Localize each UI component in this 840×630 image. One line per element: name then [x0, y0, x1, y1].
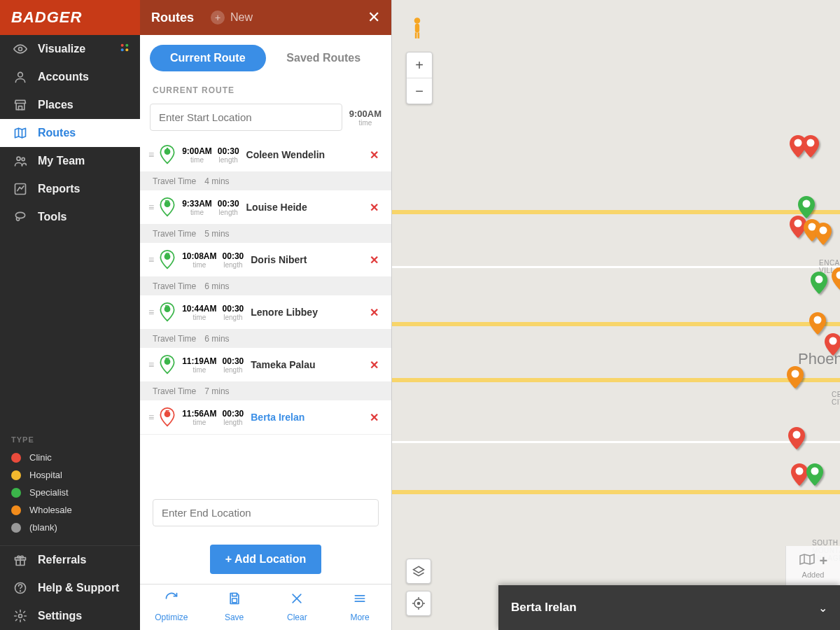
stop-row[interactable]: ≡C10:08AMtime00:30lengthDoris Nibert✕	[140, 243, 391, 277]
delete-stop-button[interactable]: ✕	[365, 201, 383, 214]
added-label: Added	[802, 570, 825, 579]
drag-handle-icon[interactable]: ≡	[148, 359, 154, 370]
clear-button[interactable]: Clear	[266, 584, 329, 630]
type-hospital[interactable]: Hospital	[11, 470, 129, 480]
more-button[interactable]: More	[328, 584, 391, 630]
drag-handle-icon[interactable]: ≡	[148, 307, 154, 318]
sidebar-item-routes[interactable]: Routes	[0, 119, 140, 147]
type-blank[interactable]: (blank)	[11, 522, 129, 533]
tab-saved-routes[interactable]: Saved Routes	[266, 45, 382, 71]
clear-icon	[266, 592, 329, 609]
sidebar-item-settings[interactable]: Settings	[0, 602, 140, 630]
nav-label: Reports	[38, 183, 80, 195]
map-pin[interactable]	[791, 463, 808, 486]
sidebar-item-tools[interactable]: Tools	[0, 203, 140, 231]
save-button[interactable]: Save	[203, 584, 266, 630]
sidebar-item-my-team[interactable]: My Team	[0, 147, 140, 175]
start-time[interactable]: 9:00AM time	[349, 108, 382, 127]
map-pin[interactable]	[798, 196, 815, 218]
end-location-input[interactable]	[153, 499, 379, 526]
sidebar-item-places[interactable]: Places	[0, 91, 140, 119]
optimize-button[interactable]: Optimize	[140, 584, 203, 630]
map[interactable]: PhoenixScottsdaleTempeParadise ValleyARC…	[392, 0, 840, 630]
svg-point-55	[830, 337, 837, 345]
zoom-out-button[interactable]: −	[407, 78, 432, 104]
svg-rect-96	[415, 24, 419, 33]
stop-time: 11:56AMtime	[182, 409, 216, 426]
type-specialist[interactable]: Specialist	[11, 487, 129, 498]
svg-point-32	[807, 139, 815, 147]
stop-row[interactable]: ≡A9:00AMtime00:30lengthColeen Wendelin✕	[140, 138, 391, 172]
stop-pin-E: E	[160, 355, 175, 374]
brand-logo: BADGER	[0, 0, 140, 35]
stop-length: 00:30length	[223, 409, 244, 426]
stop-row[interactable]: ≡B9:33AMtime00:30lengthLouise Heide✕	[140, 190, 391, 225]
more-icon	[328, 592, 391, 609]
stop-time: 9:33AMtime	[182, 199, 212, 216]
type-label: Clinic	[29, 452, 52, 463]
stop-row[interactable]: ≡D10:44AMtime00:30lengthLenore Libbey✕	[140, 295, 391, 330]
map-pin[interactable]	[832, 267, 840, 290]
drag-handle-icon[interactable]: ≡	[148, 412, 154, 423]
drag-handle-icon[interactable]: ≡	[148, 149, 154, 160]
type-label: Specialist	[29, 487, 69, 498]
stop-name: Tameka Palau	[251, 359, 365, 370]
brand-text: BADGER	[11, 8, 82, 27]
stop-name: Doris Nibert	[251, 254, 365, 265]
sidebar-item-accounts[interactable]: Accounts	[0, 63, 140, 91]
map-pin[interactable]	[788, 427, 805, 449]
map-pin[interactable]	[802, 135, 819, 158]
eye-icon	[11, 42, 29, 56]
layers-button[interactable]	[406, 559, 431, 584]
svg-point-3	[121, 48, 124, 51]
new-label: New	[230, 11, 253, 24]
svg-point-46	[794, 220, 802, 227]
close-icon[interactable]: ✕	[368, 8, 380, 27]
drag-handle-icon[interactable]: ≡	[148, 202, 154, 213]
delete-stop-button[interactable]: ✕	[365, 253, 383, 267]
map-pin[interactable]	[806, 463, 823, 486]
nav-label: Accounts	[38, 71, 89, 83]
travel-time-row: Travel Time7 mins	[140, 382, 391, 400]
sidebar-item-help-support[interactable]: Help & Support	[0, 574, 140, 602]
type-heading: TYPE	[11, 435, 129, 444]
drag-handle-icon[interactable]: ≡	[148, 254, 154, 265]
delete-stop-button[interactable]: ✕	[365, 358, 383, 372]
svg-point-2	[125, 44, 128, 47]
map-icon	[11, 126, 29, 140]
map-pin[interactable]	[811, 272, 827, 294]
map-background	[392, 0, 840, 630]
sidebar-item-reports[interactable]: Reports	[0, 175, 140, 203]
locate-button[interactable]	[406, 591, 431, 616]
svg-point-4	[125, 48, 128, 51]
added-badge[interactable]: + Added	[785, 546, 840, 585]
gift-icon	[11, 553, 29, 567]
add-location-button[interactable]: + Add Location	[210, 545, 321, 574]
start-location-input[interactable]	[150, 104, 342, 131]
stop-row[interactable]: ≡E11:19AMtime00:30lengthTameka Palau✕	[140, 348, 391, 382]
type-wholesale[interactable]: Wholesale	[11, 505, 129, 515]
map-pin[interactable]	[809, 312, 826, 335]
zoom-in-button[interactable]: +	[407, 52, 432, 78]
type-clinic[interactable]: Clinic	[11, 452, 129, 463]
stop-name: Coleen Wendelin	[246, 149, 365, 160]
delete-stop-button[interactable]: ✕	[365, 148, 383, 162]
svg-point-50	[816, 276, 823, 284]
chevron-down-icon[interactable]: ⌄	[818, 601, 827, 615]
stop-row[interactable]: ≡F11:56AMtime00:30lengthBerta Irelan✕	[140, 400, 391, 435]
svg-point-16	[20, 591, 21, 592]
tab-current-route[interactable]: Current Route	[150, 45, 266, 71]
info-card[interactable]: Berta Irelan ⌄	[498, 585, 840, 630]
team-icon	[11, 154, 29, 168]
map-pin[interactable]	[825, 333, 840, 356]
pegman-icon[interactable]	[406, 14, 428, 42]
map-pin[interactable]	[815, 223, 832, 245]
nav-label: Help & Support	[38, 582, 119, 594]
sidebar-item-referrals[interactable]: Referrals	[0, 546, 140, 574]
delete-stop-button[interactable]: ✕	[365, 411, 383, 424]
store-icon	[11, 98, 29, 112]
sidebar-item-visualize[interactable]: Visualize	[0, 35, 140, 63]
map-pin[interactable]	[787, 366, 804, 388]
new-route-button[interactable]: + New	[211, 10, 253, 24]
delete-stop-button[interactable]: ✕	[365, 306, 383, 319]
